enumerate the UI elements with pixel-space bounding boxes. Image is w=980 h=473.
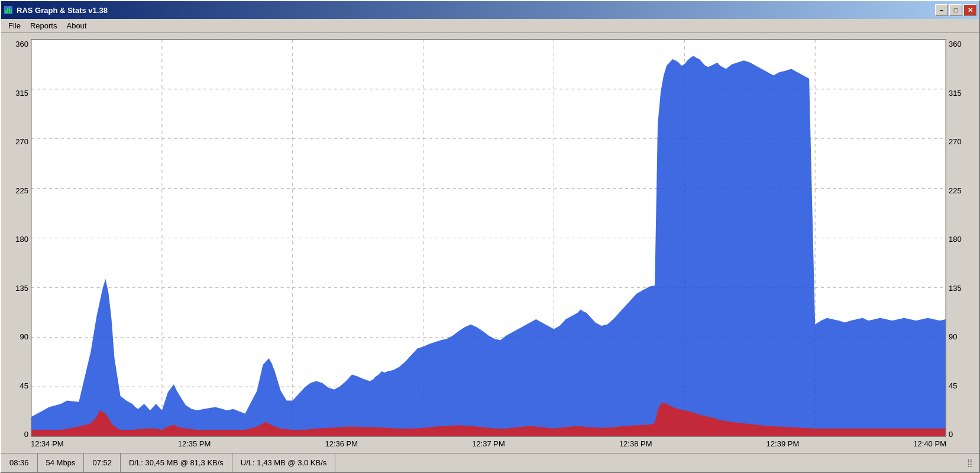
- y-axis-right: 0 45 90 135 180 225 270 315 360: [946, 39, 973, 450]
- y-label-270: 270: [7, 138, 31, 145]
- chart-area: 0 45 90 135 180 225 270 315 360: [1, 33, 979, 453]
- x-label-1238: 12:38 PM: [619, 439, 652, 448]
- x-label-1239: 12:39 PM: [766, 439, 800, 448]
- y-axis-left: 0 45 90 135 180 225 270 315 360: [7, 39, 31, 450]
- speed-value: 54 Mbps: [46, 458, 76, 467]
- status-upload: U/L: 1,43 MB @ 3,0 KB/s: [232, 453, 335, 472]
- maximize-button[interactable]: □: [949, 4, 962, 16]
- y-label-right-45: 45: [946, 382, 973, 390]
- y-label-225: 225: [7, 187, 31, 195]
- x-label-1234: 12:34 PM: [31, 439, 64, 448]
- time-value: 08:36: [9, 458, 29, 467]
- y-label-right-225: 225: [946, 187, 973, 195]
- y-label-right-360: 360: [946, 40, 973, 48]
- x-label-1236: 12:36 PM: [325, 439, 358, 448]
- x-label-1240: 12:40 PM: [913, 439, 946, 448]
- connected-value: 07:52: [92, 458, 112, 467]
- x-label-1237: 12:37 PM: [472, 439, 505, 448]
- y-label-90: 90: [7, 333, 31, 341]
- upload-value: U/L: 1,43 MB @ 3,0 KB/s: [241, 458, 326, 467]
- title-bar: RAS Graph & Stats v1.38 – □ ✕: [1, 1, 979, 19]
- y-label-315: 315: [7, 89, 31, 97]
- svg-rect-3: [9, 7, 10, 13]
- y-label-right-180: 180: [946, 235, 973, 243]
- svg-rect-1: [5, 10, 7, 13]
- menu-file[interactable]: File: [4, 20, 25, 31]
- resize-grip-icon: ⣿: [967, 458, 976, 468]
- y-label-0: 0: [7, 430, 31, 438]
- y-label-360: 360: [7, 40, 31, 48]
- chart-inner: 12:34 PM 12:35 PM 12:36 PM 12:37 PM 12:3…: [31, 39, 946, 450]
- y-label-right-270: 270: [946, 138, 973, 145]
- status-time: 08:36: [1, 453, 38, 472]
- close-button[interactable]: ✕: [963, 4, 976, 16]
- status-download: D/L: 30,45 MB @ 81,3 KB/s: [121, 453, 232, 472]
- chart-container: 0 45 90 135 180 225 270 315 360: [7, 39, 973, 450]
- menu-about[interactable]: About: [62, 20, 91, 31]
- menu-reports[interactable]: Reports: [25, 20, 62, 31]
- graph-canvas: [31, 39, 946, 437]
- x-label-1235: 12:35 PM: [178, 439, 211, 448]
- y-label-right-90: 90: [946, 333, 973, 341]
- title-bar-left: RAS Graph & Stats v1.38: [4, 5, 108, 15]
- y-label-right-0: 0: [946, 430, 973, 438]
- status-speed: 54 Mbps: [38, 453, 85, 472]
- menu-bar: File Reports About: [1, 19, 979, 33]
- status-connected: 07:52: [84, 453, 121, 472]
- svg-rect-2: [7, 8, 8, 13]
- status-bar: 08:36 54 Mbps 07:52 D/L: 30,45 MB @ 81,3…: [1, 453, 979, 472]
- y-label-right-135: 135: [946, 284, 973, 292]
- main-window: RAS Graph & Stats v1.38 – □ ✕ File Repor…: [0, 0, 980, 473]
- window-controls: – □ ✕: [935, 4, 976, 16]
- svg-rect-4: [11, 9, 12, 13]
- y-label-45: 45: [7, 382, 31, 390]
- chart-svg: [31, 40, 946, 436]
- y-label-180: 180: [7, 235, 31, 243]
- download-value: D/L: 30,45 MB @ 81,3 KB/s: [129, 458, 224, 467]
- y-label-right-315: 315: [946, 89, 973, 97]
- y-label-135: 135: [7, 284, 31, 292]
- minimize-button[interactable]: –: [935, 4, 948, 16]
- window-title: RAS Graph & Stats v1.38: [17, 6, 108, 15]
- x-axis-labels: 12:34 PM 12:35 PM 12:36 PM 12:37 PM 12:3…: [31, 437, 946, 450]
- app-icon: [4, 5, 13, 15]
